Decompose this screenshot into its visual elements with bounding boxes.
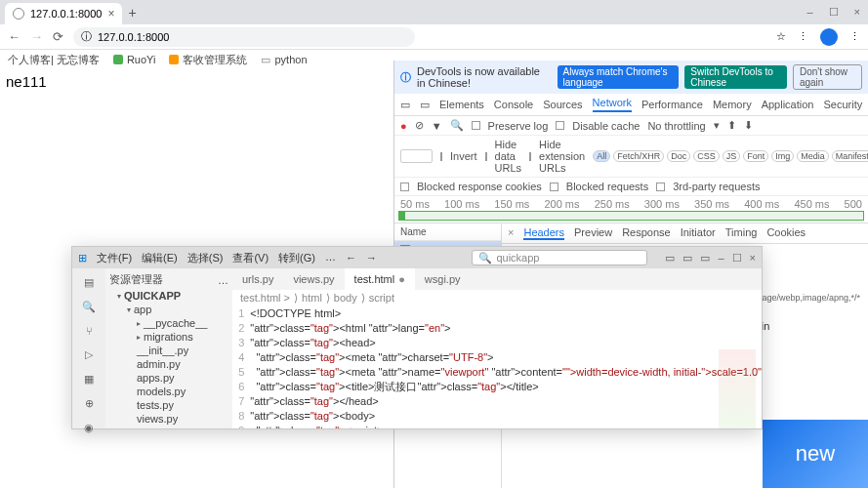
- filter-pill[interactable]: CSS: [693, 150, 720, 162]
- filter-pill[interactable]: Img: [771, 150, 794, 162]
- device-icon[interactable]: ▭: [420, 99, 430, 111]
- menu-item[interactable]: …: [325, 251, 336, 265]
- run-debug-icon[interactable]: ▷: [85, 348, 93, 361]
- menu-item[interactable]: 编辑(E): [142, 251, 178, 265]
- name-column-header[interactable]: Name: [394, 224, 501, 241]
- tab-close-icon[interactable]: ×: [107, 7, 114, 20]
- code-editor[interactable]: 1234567891011121314 <!DOCTYPE html> "att…: [232, 306, 762, 428]
- remote-icon[interactable]: ⊕: [85, 397, 94, 410]
- url-input[interactable]: ⓘ 127.0.0.1:8000: [73, 27, 415, 47]
- close-detail-icon[interactable]: ×: [508, 226, 514, 240]
- tab-memory[interactable]: Memory: [713, 99, 752, 110]
- filter-pill[interactable]: Fetch/XHR: [613, 150, 664, 162]
- search-icon[interactable]: 🔍: [450, 119, 464, 132]
- close-icon[interactable]: ×: [750, 252, 756, 264]
- close-icon[interactable]: ×: [854, 6, 860, 19]
- new-tab-button[interactable]: +: [128, 5, 136, 20]
- blocked-req-checkbox[interactable]: [550, 183, 558, 191]
- testing-icon[interactable]: ◉: [84, 422, 94, 434]
- detail-tab-initiator[interactable]: Initiator: [681, 226, 716, 240]
- maximize-icon[interactable]: ☐: [732, 252, 742, 264]
- filter-pill[interactable]: Doc: [667, 150, 690, 162]
- preserve-log-checkbox[interactable]: [472, 121, 480, 130]
- third-party-checkbox[interactable]: [656, 183, 665, 191]
- bookmark-star-icon[interactable]: ☆: [776, 30, 786, 43]
- tab-performance[interactable]: Performance: [641, 99, 703, 110]
- editor-tab[interactable]: urls.py: [232, 268, 283, 290]
- extensions-icon[interactable]: ▦: [84, 373, 94, 386]
- filter-pill[interactable]: Manifest: [832, 150, 868, 162]
- detail-tab-timing[interactable]: Timing: [725, 226, 758, 240]
- clear-icon[interactable]: ⊘: [415, 119, 424, 132]
- project-root[interactable]: ▾QUICKAPP: [109, 289, 228, 303]
- throttling-select[interactable]: No throttling: [647, 120, 705, 132]
- tab-elements[interactable]: Elements: [439, 99, 484, 110]
- tree-item[interactable]: ▸quickapp: [109, 426, 228, 428]
- dont-show-button[interactable]: Don't show again: [793, 64, 862, 90]
- menu-item[interactable]: 文件(F): [97, 251, 132, 265]
- download-icon[interactable]: ⬇: [744, 119, 753, 132]
- tab-sources[interactable]: Sources: [543, 99, 582, 110]
- switch-chinese-button[interactable]: Switch DevTools to Chinese: [684, 65, 787, 89]
- profile-avatar[interactable]: [820, 28, 838, 46]
- hide-data-checkbox[interactable]: [485, 152, 487, 161]
- bookmark-item[interactable]: 客收管理系统: [169, 53, 247, 67]
- tree-item[interactable]: tests.py: [109, 398, 228, 412]
- nav-fwd-icon[interactable]: →: [366, 252, 377, 264]
- filter-icon[interactable]: ▼: [432, 120, 442, 132]
- detail-tab-headers[interactable]: Headers: [523, 226, 564, 240]
- blocked-cookies-checkbox[interactable]: [400, 183, 409, 191]
- tree-item[interactable]: models.py: [109, 385, 228, 398]
- filter-pill[interactable]: JS: [723, 150, 741, 162]
- invert-checkbox[interactable]: [440, 152, 442, 161]
- editor-tab[interactable]: wsgi.py: [415, 268, 471, 290]
- tab-network[interactable]: Network: [593, 97, 632, 112]
- menu-item[interactable]: 查看(V): [232, 251, 269, 265]
- browser-tab[interactable]: 127.0.0.1:8000 ×: [5, 3, 122, 24]
- minimize-icon[interactable]: –: [718, 252, 723, 264]
- menu-item[interactable]: 选择(S): [187, 251, 224, 265]
- match-language-button[interactable]: Always match Chrome's language: [558, 65, 680, 89]
- record-icon[interactable]: ●: [400, 120, 407, 132]
- tree-item[interactable]: ▾app: [109, 303, 228, 316]
- nav-back-icon[interactable]: ←: [346, 252, 356, 264]
- network-timeline[interactable]: 50 ms100 ms150 ms200 ms250 ms300 ms350 m…: [394, 196, 868, 224]
- tab-application[interactable]: Application: [762, 99, 814, 110]
- code-content[interactable]: <!DOCTYPE html> "attr">class="tag"><html…: [250, 306, 762, 428]
- filter-pill[interactable]: Font: [743, 150, 768, 162]
- breadcrumbs[interactable]: test.html > ⟩html ⟩body ⟩script: [232, 290, 762, 306]
- forward-icon[interactable]: →: [30, 29, 43, 44]
- minimize-icon[interactable]: –: [806, 6, 812, 19]
- layout-icon[interactable]: ▭: [700, 252, 710, 264]
- detail-tab-preview[interactable]: Preview: [574, 226, 612, 240]
- filter-pill[interactable]: All: [593, 150, 610, 162]
- maximize-icon[interactable]: ☐: [829, 6, 839, 19]
- filter-pill[interactable]: Media: [797, 150, 829, 162]
- bookmark-item[interactable]: ▭python: [261, 54, 307, 66]
- site-info-icon[interactable]: ⓘ: [81, 29, 92, 44]
- editor-tab[interactable]: test.html●: [345, 268, 415, 290]
- tree-item[interactable]: views.py: [109, 412, 228, 426]
- tree-item[interactable]: apps.py: [109, 371, 228, 385]
- hide-ext-checkbox[interactable]: [529, 152, 531, 161]
- inspect-icon[interactable]: ▭: [400, 99, 410, 111]
- menu-item[interactable]: 转到(G): [278, 251, 315, 265]
- tree-item[interactable]: ▸migrations: [109, 330, 228, 344]
- search-icon[interactable]: 🔍: [82, 301, 96, 313]
- tab-security[interactable]: Security: [823, 99, 862, 110]
- layout-icon[interactable]: ▭: [682, 252, 692, 264]
- tab-console[interactable]: Console: [494, 99, 533, 110]
- bookmark-item[interactable]: 个人博客| 无忘博客: [8, 53, 100, 67]
- filter-input[interactable]: [400, 149, 433, 163]
- extensions-icon[interactable]: ⋮: [798, 30, 808, 43]
- back-icon[interactable]: ←: [8, 29, 21, 44]
- upload-icon[interactable]: ⬆: [727, 119, 736, 132]
- tree-item[interactable]: __init__.py: [109, 344, 228, 357]
- explorer-icon[interactable]: ▤: [84, 276, 94, 289]
- reload-icon[interactable]: ⟳: [53, 29, 63, 44]
- editor-tab[interactable]: views.py: [283, 268, 344, 290]
- detail-tab-response[interactable]: Response: [622, 226, 671, 240]
- command-center[interactable]: 🔍 quickapp: [472, 250, 647, 265]
- disable-cache-checkbox[interactable]: [556, 121, 564, 130]
- source-control-icon[interactable]: ⑂: [86, 325, 93, 337]
